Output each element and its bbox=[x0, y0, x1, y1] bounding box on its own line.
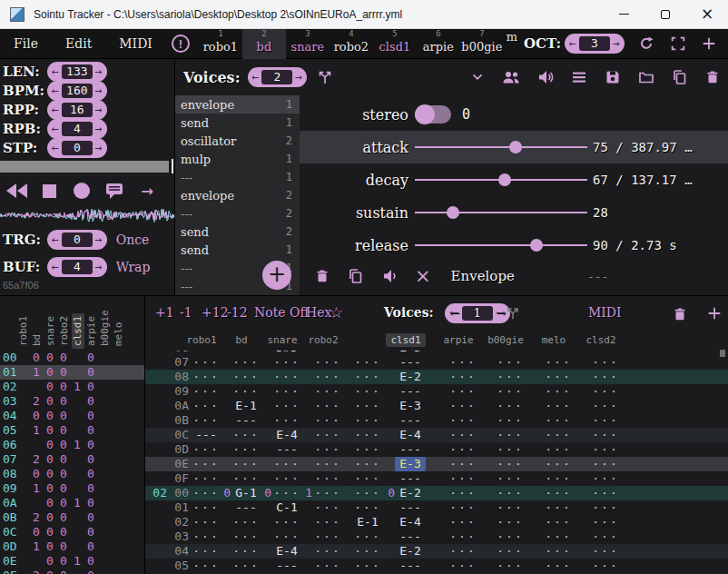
track-tab-arpie[interactable]: 6arpie bbox=[417, 29, 460, 59]
clear-unit-icon[interactable]: × bbox=[415, 267, 431, 285]
note-cell[interactable]: ··· bbox=[343, 413, 383, 428]
note-cell[interactable]: ··· bbox=[534, 413, 574, 428]
note-cell[interactable]: ··· bbox=[303, 559, 343, 573]
order-pattern-cell[interactable]: 0 bbox=[44, 569, 56, 574]
note-cell[interactable]: ··· bbox=[303, 471, 343, 486]
slider-thumb[interactable] bbox=[509, 141, 522, 153]
toolbar-button-note-off[interactable]: Note Off bbox=[254, 305, 309, 320]
note-cell[interactable]: ··· bbox=[343, 399, 383, 413]
star-icon[interactable]: ☆ bbox=[330, 303, 343, 322]
order-pattern-cell[interactable]: 0 bbox=[44, 394, 56, 409]
order-header-bd[interactable]: bd bbox=[31, 332, 44, 349]
note-cell[interactable]: ··· bbox=[221, 355, 261, 370]
note-cell[interactable]: --- bbox=[386, 384, 426, 399]
buffer-spinner-decrement-arrow[interactable]: ← bbox=[52, 259, 59, 275]
unit-row-send[interactable]: send1 bbox=[175, 114, 300, 132]
order-pattern-cell[interactable]: 0 bbox=[57, 510, 70, 525]
note-cell[interactable]: ··· bbox=[303, 500, 343, 515]
order-pattern-cell[interactable]: 1 bbox=[71, 380, 84, 394]
order-header-robo2[interactable]: robo2 bbox=[58, 313, 71, 349]
note-cell[interactable]: 0··· bbox=[262, 486, 302, 500]
order-row-01[interactable]: 011000 bbox=[0, 365, 145, 380]
users-icon[interactable] bbox=[501, 68, 521, 86]
pattern-row-07[interactable]: 07···············---············ bbox=[145, 355, 728, 370]
pattern-split-icon[interactable] bbox=[505, 305, 521, 322]
pattern-row-00[interactable]: 0200···0G-10···1······0E-2············ bbox=[145, 486, 728, 500]
note-cell[interactable]: ··· bbox=[343, 559, 383, 573]
order-pattern-cell[interactable]: 1 bbox=[71, 496, 84, 510]
note-cell[interactable]: ··· bbox=[182, 370, 221, 384]
order-pattern-cell[interactable]: 0 bbox=[30, 525, 43, 539]
note-cell[interactable]: ··· bbox=[343, 544, 383, 559]
note-cell[interactable]: ··· bbox=[486, 486, 526, 500]
note-cell[interactable]: C-1 bbox=[262, 500, 302, 515]
note-cell[interactable]: 0G-1 bbox=[221, 486, 261, 500]
note-cell[interactable]: ··· bbox=[303, 428, 343, 442]
note-cell[interactable]: ··· bbox=[581, 529, 621, 544]
note-cell[interactable]: ··· bbox=[343, 370, 383, 384]
order-pattern-cell[interactable]: 0 bbox=[84, 365, 97, 380]
note-cell[interactable]: --- bbox=[221, 500, 261, 515]
note-cell[interactable]: ··· bbox=[486, 428, 526, 442]
order-pattern-cell[interactable]: 0 bbox=[84, 467, 97, 481]
note-cell[interactable]: ··· bbox=[262, 457, 302, 471]
add-instrument-icon[interactable] bbox=[701, 35, 717, 52]
order-pattern-cell[interactable]: 2 bbox=[30, 394, 43, 409]
note-cell[interactable]: ··· bbox=[438, 529, 478, 544]
menu-midi[interactable]: MIDI bbox=[105, 36, 166, 51]
bpm-spinner-decrement-arrow[interactable]: ← bbox=[52, 83, 59, 99]
note-cell[interactable]: ··· bbox=[581, 486, 621, 500]
order-pattern-cell[interactable]: 0 bbox=[57, 423, 70, 438]
note-cell[interactable]: ··· bbox=[182, 500, 221, 515]
order-pattern-cell[interactable]: 0 bbox=[57, 525, 70, 539]
order-pattern-cell[interactable]: 0 bbox=[57, 452, 70, 467]
note-cell[interactable]: ··· bbox=[262, 529, 302, 544]
note-cell[interactable]: ··· bbox=[303, 384, 343, 399]
track-tab-snare[interactable]: 3snare bbox=[286, 29, 330, 59]
stp-spinner-increment-arrow[interactable]: → bbox=[95, 140, 103, 156]
note-cell[interactable]: ··· bbox=[343, 471, 383, 486]
note-cell[interactable]: ··· bbox=[303, 544, 343, 559]
param-slider-decay[interactable] bbox=[415, 179, 587, 181]
pattern-row-04[interactable]: 04······E-4······E-2············ bbox=[145, 544, 728, 559]
note-cell[interactable]: ··· bbox=[486, 500, 526, 515]
note-cell[interactable]: ··· bbox=[343, 457, 383, 471]
midi-button[interactable]: MIDI bbox=[588, 305, 622, 320]
rpb-spinner-increment-arrow[interactable]: → bbox=[95, 121, 103, 137]
instrument-voices-spinner-increment-arrow[interactable]: → bbox=[295, 69, 302, 85]
rpb-spinner-value[interactable]: 4 bbox=[62, 122, 93, 136]
order-row-0C[interactable]: 0C0000 bbox=[0, 525, 145, 539]
note-cell[interactable]: E-4 bbox=[386, 515, 426, 529]
order-pattern-cell[interactable]: 0 bbox=[84, 510, 97, 525]
order-pattern-cell[interactable]: 1 bbox=[30, 365, 43, 380]
note-cell[interactable]: ··· bbox=[438, 428, 478, 442]
pattern-header-b00gie[interactable]: b00gie bbox=[478, 334, 533, 346]
order-pattern-cell[interactable]: 1 bbox=[71, 438, 84, 452]
pattern-row-09[interactable]: 09···············---············ bbox=[145, 384, 728, 399]
note-cell[interactable]: ··· bbox=[221, 384, 261, 399]
order-pattern-cell[interactable]: 0 bbox=[44, 467, 56, 481]
note-cell[interactable]: ··· bbox=[343, 428, 383, 442]
menu-icon[interactable] bbox=[570, 68, 588, 86]
note-cell[interactable]: E-4 bbox=[386, 428, 426, 442]
note-cell[interactable]: --- bbox=[262, 559, 302, 573]
order-pattern-cell[interactable]: 0 bbox=[44, 481, 56, 496]
note-cell[interactable]: ··· bbox=[303, 515, 343, 529]
pattern-header-clsd2[interactable]: clsd2 bbox=[574, 334, 628, 346]
note-cell[interactable]: ··· bbox=[262, 413, 302, 428]
toolbar-button-hex[interactable]: Hex bbox=[306, 305, 331, 320]
note-cell[interactable]: ··· bbox=[182, 486, 221, 500]
note-cell[interactable]: ··· bbox=[534, 384, 574, 399]
order-pattern-cell[interactable]: 0 bbox=[44, 380, 56, 394]
param-slider-release[interactable] bbox=[415, 244, 587, 246]
note-cell[interactable]: ··· bbox=[343, 384, 383, 399]
pattern-header-arpie[interactable]: arpie bbox=[431, 334, 486, 346]
toolbar-button-+12[interactable]: +12 bbox=[202, 305, 229, 320]
note-cell[interactable]: --- bbox=[386, 500, 426, 515]
order-row-04[interactable]: 040000 bbox=[0, 409, 145, 423]
note-cell[interactable]: E-3 bbox=[386, 457, 426, 471]
pattern-row-0F[interactable]: 0F···············---············ bbox=[145, 471, 728, 486]
note-cell[interactable]: ··· bbox=[534, 399, 574, 413]
note-cell[interactable]: ··· bbox=[438, 370, 478, 384]
note-cell[interactable]: ··· bbox=[343, 529, 383, 544]
